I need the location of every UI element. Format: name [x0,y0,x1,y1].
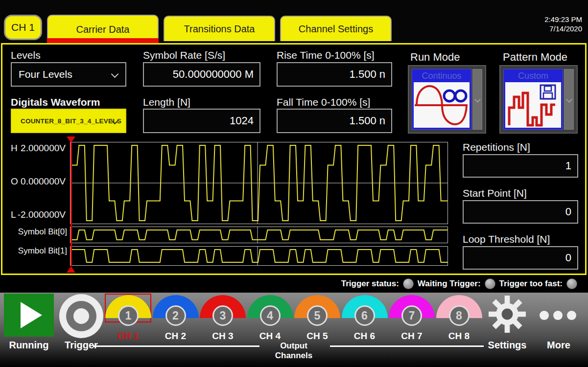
run-mode-image: Continuos [412,69,471,130]
channel-number: 7 [401,305,422,326]
waiting-trigger-led [485,278,495,289]
channel-label: CH 5 [294,331,341,342]
run-mode-label: Run Mode [410,51,460,64]
channel-indicator-button[interactable]: CH 1 [4,15,42,40]
output-channels-label: Output Channels [260,341,327,361]
chevron-down-icon [111,70,119,78]
play-icon [21,302,42,328]
ellipsis-dot [553,311,563,320]
tab-transitions-data[interactable]: Transitions Data [164,16,275,41]
level-zero-label: O 0.000000V [11,176,66,187]
channel-number: 4 [260,305,281,326]
divider-line-left [93,345,259,347]
symbol-bit0-plot[interactable] [70,227,448,243]
divider-line-right [330,345,484,347]
running-label: Running [4,340,54,351]
channel-number: 8 [449,305,470,326]
channel-button-ch7[interactable]: 7CH 7 [388,293,435,346]
symbol-bit1-plot[interactable] [70,246,448,266]
trigger-too-fast-label: Trigger too fast: [499,279,563,289]
run-mode-scrollbar[interactable] [472,69,482,130]
pattern-mode-dropdown[interactable]: Custom [499,65,578,134]
awg-app-screen: CH 1 Carrier Data Transitions Data Chann… [0,0,588,367]
channel-button-ch4[interactable]: 4CH 4 [247,293,294,346]
fall-time-label: Fall Time 0-100% [s] [277,96,370,108]
pattern-mode-value: Custom [504,69,563,82]
trigger-button[interactable] [58,293,105,340]
symbol-bit1-label: Symbol Bit[1] [4,246,67,256]
digitals-waveform-dropdown[interactable]: COUNTER_8_BIT_3_4_LEVELS [11,109,126,133]
level-zero-tag: O [11,176,18,187]
channel-number: 1 [118,305,139,326]
pattern-mode-label: Pattern Mode [503,51,567,64]
level-high-value: 2.000000V [21,143,66,154]
channel-label: CH 7 [388,331,435,342]
levels-value: Four Levels [19,69,72,80]
tab-channel-settings-label: Channel Settings [299,23,373,35]
start-point-field[interactable]: 0 [463,200,578,224]
channel-button-ch2[interactable]: 2CH 2 [152,293,199,346]
channel-button-ch6[interactable]: 6CH 6 [341,293,388,346]
symbol-rate-field[interactable]: 50.000000000 M [143,62,260,87]
active-tab-underline [47,38,159,43]
cursor-line[interactable] [71,142,72,266]
trigger-bullseye-icon [58,293,105,340]
pattern-mode-image: Custom [503,69,563,130]
symbol-bit0-label: Symbol Bit[0] [4,227,67,237]
length-label: Length [N] [143,96,190,108]
settings-label: Settings [488,340,527,351]
cursor-bottom-marker[interactable] [67,266,75,273]
more-label: More [539,340,578,351]
tab-channel-settings[interactable]: Channel Settings [280,16,392,41]
carrier-data-panel: Levels Four Levels Digitals Waveform COU… [1,43,587,275]
channel-number: 2 [165,305,186,326]
length-field[interactable]: 1024 [143,109,260,133]
digitals-waveform-value: COUNTER_8_BIT_3_4_LEVELS [21,117,121,125]
level-low-tag: L [11,209,16,220]
levels-dropdown[interactable]: Four Levels [11,62,126,87]
rise-time-field[interactable]: 1.500 n [277,62,392,87]
rise-time-label: Rise Time 0-100% [s] [277,49,375,61]
waiting-trigger-label: Waiting Trigger: [418,279,481,289]
channel-button-ch3[interactable]: 3CH 3 [199,293,246,346]
tab-transitions-data-label: Transitions Data [184,23,255,35]
channel-number: 5 [307,305,328,326]
trigger-status-led [403,278,414,289]
channel-label: CH 3 [199,331,246,342]
clock-date: 7/14/2020 [544,24,582,33]
loop-threshold-label: Loop Threshold [N] [463,233,550,245]
channel-label: CH 8 [436,331,483,342]
trigger-status-row: Trigger status: Waiting Trigger: Trigger… [0,275,588,293]
level-high-label: H 2.000000V [11,143,66,154]
continuous-sine-infinity-icon [414,82,470,128]
repetitions-field[interactable]: 1 [463,154,578,178]
channel-button-ch5[interactable]: 5CH 5 [294,293,341,346]
trigger-status-label: Trigger status: [341,279,399,289]
run-stop-button[interactable] [4,294,54,337]
channel-button-ch1[interactable]: 1CH 1 [105,293,152,346]
analog-waveform-plot[interactable] [70,142,448,224]
settings-button[interactable] [489,296,526,333]
run-mode-dropdown[interactable]: Continuos [408,65,486,134]
trigger-too-fast-led [566,278,577,289]
repetitions-label: Repetitions [N] [463,141,530,153]
top-bar: CH 1 Carrier Data Transitions Data Chann… [0,0,588,43]
channel-button-ch8[interactable]: 8CH 8 [436,293,483,346]
level-low-value: -2.000000V [18,209,66,220]
channel-number: 6 [354,305,375,326]
level-low-label: L -2.000000V [11,209,66,220]
gear-icon [489,296,526,333]
loop-threshold-field[interactable]: 0 [463,246,578,270]
tab-carrier-data[interactable]: Carrier Data [47,15,159,43]
channel-label: CH 2 [152,331,199,342]
tab-carrier-data-label: Carrier Data [76,24,130,35]
fall-time-field[interactable]: 1.500 n [277,109,392,133]
clock: 2:49:23 PM 7/14/2020 [544,15,582,33]
pattern-mode-scrollbar[interactable] [564,69,574,130]
level-high-tag: H [11,143,18,154]
start-point-label: Start Point [N] [463,187,527,199]
channel-label: CH 6 [341,331,388,342]
more-button[interactable] [540,311,576,320]
levels-label: Levels [11,49,41,61]
channel-number: 3 [212,305,233,326]
